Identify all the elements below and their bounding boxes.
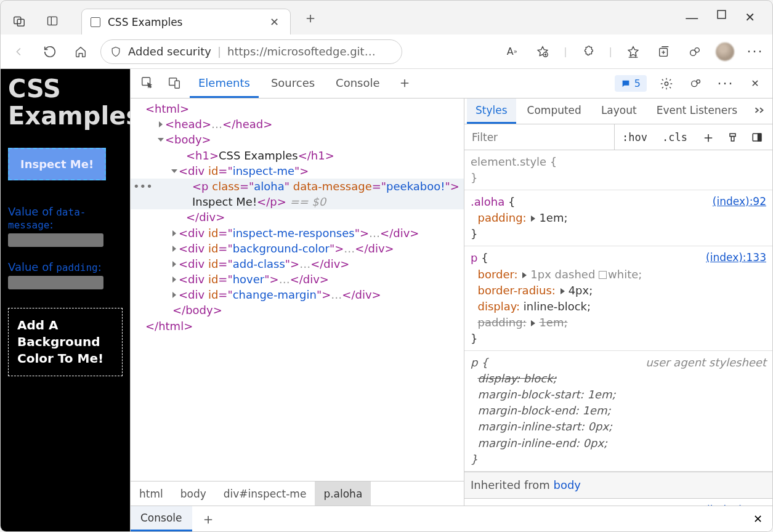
source-link[interactable]: (index):133 bbox=[706, 250, 766, 265]
drawer-tab-console[interactable]: Console bbox=[131, 506, 192, 531]
add-drawer-tab-icon[interactable]: ＋ bbox=[192, 506, 224, 531]
more-tabs-icon[interactable]: ＋ bbox=[392, 69, 417, 98]
style-rule[interactable]: element.style {} bbox=[464, 150, 772, 190]
tab-title: CSS Examples bbox=[108, 16, 182, 28]
omnibox[interactable]: Added security | https://microsoftedge.g… bbox=[100, 39, 402, 64]
expand-icon[interactable] bbox=[172, 261, 176, 267]
tab-event-listeners[interactable]: Event Listeners bbox=[648, 99, 746, 124]
avatar[interactable] bbox=[716, 42, 734, 61]
source-link[interactable]: (index):117 bbox=[706, 502, 766, 506]
value-padding-input[interactable] bbox=[8, 276, 103, 289]
svg-rect-26 bbox=[758, 134, 761, 141]
issues-button[interactable]: 5 bbox=[615, 75, 647, 92]
expand-icon[interactable] bbox=[561, 288, 565, 294]
expand-icon[interactable] bbox=[531, 216, 535, 222]
tab-computed[interactable]: Computed bbox=[519, 99, 590, 124]
style-rule[interactable]: (index):92 .aloha { padding: 1em; } bbox=[464, 190, 772, 246]
expand-icon[interactable] bbox=[172, 292, 176, 298]
source-link[interactable]: (index):92 bbox=[713, 194, 766, 209]
address-bar: Added security | https://microsoftedge.g… bbox=[1, 34, 772, 69]
value-data-message-label: Value of data-message: bbox=[8, 205, 123, 231]
crumb-body[interactable]: body bbox=[172, 482, 215, 506]
new-style-rule-icon[interactable]: ＋ bbox=[695, 127, 722, 147]
breadcrumb: html body div#inspect-me p.aloha bbox=[131, 481, 464, 506]
device-toolbar-icon[interactable] bbox=[163, 69, 186, 98]
close-window-icon[interactable]: ✕ bbox=[745, 10, 755, 25]
tab-console[interactable]: Console bbox=[327, 69, 388, 98]
page-content: CSS Examples Inspect Me! Value of data-m… bbox=[1, 69, 130, 531]
copy-styles-icon[interactable] bbox=[722, 132, 745, 143]
crumb-div[interactable]: div#inspect-me bbox=[215, 482, 315, 506]
dom-tree[interactable]: <html> <head>…</head> <body> <h1>CSS Exa… bbox=[131, 99, 464, 481]
more-actions-icon[interactable]: ••• bbox=[133, 179, 153, 194]
settings-icon[interactable] bbox=[657, 74, 676, 94]
favorites-bar-icon[interactable] bbox=[623, 42, 643, 62]
titlebar: CSS Examples ✕ ＋ — ✕ bbox=[1, 1, 772, 34]
expand-icon[interactable] bbox=[158, 138, 164, 142]
cls-toggle[interactable]: .cls bbox=[655, 131, 695, 143]
page-title: CSS Examples bbox=[8, 75, 123, 129]
styles-panel: Styles Computed Layout Event Listeners :… bbox=[464, 99, 772, 506]
expand-icon[interactable] bbox=[159, 121, 163, 127]
new-tab-button[interactable]: ＋ bbox=[297, 3, 324, 33]
expand-icon[interactable] bbox=[171, 169, 177, 173]
extensions-icon[interactable] bbox=[578, 42, 598, 62]
crumb-p[interactable]: p.aloha bbox=[315, 482, 371, 506]
expand-icon[interactable] bbox=[531, 320, 535, 326]
styles-filter-input[interactable] bbox=[464, 124, 615, 150]
feedback-icon[interactable] bbox=[686, 74, 706, 94]
expand-icon[interactable] bbox=[522, 272, 527, 278]
back-button[interactable] bbox=[8, 41, 30, 63]
devtools: Elements Sources Console ＋ 5 ··· ✕ <html… bbox=[130, 69, 772, 531]
tab-styles[interactable]: Styles bbox=[467, 99, 516, 124]
value-padding-label: Value of padding: bbox=[8, 260, 123, 273]
color-swatch[interactable] bbox=[599, 271, 607, 279]
expand-icon[interactable] bbox=[172, 230, 176, 236]
style-rule[interactable]: (index):117 body { bbox=[464, 499, 772, 506]
shield-icon bbox=[110, 46, 122, 58]
maximize-icon[interactable] bbox=[717, 10, 726, 25]
tab-sources[interactable]: Sources bbox=[262, 69, 323, 98]
inspect-me-button[interactable]: Inspect Me! bbox=[8, 148, 106, 180]
expand-icon[interactable] bbox=[172, 246, 176, 252]
workspaces-icon[interactable] bbox=[6, 7, 33, 34]
tab-layout[interactable]: Layout bbox=[593, 99, 646, 124]
style-rule[interactable]: user agent stylesheet p { display: block… bbox=[464, 351, 772, 472]
svg-rect-19 bbox=[175, 81, 179, 88]
favorite-icon[interactable] bbox=[533, 42, 552, 62]
tab-actions-icon[interactable] bbox=[39, 7, 66, 34]
more-icon[interactable]: ··· bbox=[745, 42, 765, 62]
crumb-html[interactable]: html bbox=[131, 482, 172, 506]
inspect-element-icon[interactable] bbox=[136, 69, 159, 98]
devtools-more-icon[interactable]: ··· bbox=[716, 74, 735, 94]
value-data-message-input[interactable] bbox=[8, 233, 103, 247]
collections-icon[interactable] bbox=[654, 42, 674, 62]
add-background-box[interactable]: Add A Background Color To Me! bbox=[8, 308, 123, 376]
url-text: https://microsoftedge.git… bbox=[227, 45, 376, 58]
expand-icon[interactable] bbox=[172, 276, 176, 283]
minimize-icon[interactable]: — bbox=[685, 10, 698, 25]
toggle-sidebar-icon[interactable] bbox=[745, 132, 769, 143]
security-label: Added security bbox=[128, 45, 211, 58]
svg-rect-24 bbox=[731, 136, 734, 141]
close-tab-icon[interactable]: ✕ bbox=[267, 13, 281, 31]
tab-elements[interactable]: Elements bbox=[190, 69, 259, 98]
browser-tab[interactable]: CSS Examples ✕ bbox=[81, 9, 291, 34]
read-aloud-icon[interactable]: A» bbox=[502, 42, 522, 62]
inherited-from-label: Inherited from body bbox=[464, 472, 772, 499]
style-rule[interactable]: (index):133 p { border: 1px dashed white… bbox=[464, 246, 772, 351]
devtools-tabs: Elements Sources Console ＋ 5 ··· ✕ bbox=[131, 69, 772, 99]
svg-rect-2 bbox=[48, 17, 57, 25]
close-drawer-icon[interactable]: ✕ bbox=[743, 506, 772, 531]
close-devtools-icon[interactable]: ✕ bbox=[745, 74, 765, 94]
refresh-button[interactable] bbox=[39, 41, 61, 63]
page-icon bbox=[91, 17, 100, 27]
hov-toggle[interactable]: :hov bbox=[615, 131, 655, 143]
window-controls: — ✕ bbox=[685, 10, 767, 25]
copilot-icon[interactable] bbox=[685, 42, 705, 62]
svg-point-22 bbox=[697, 79, 700, 83]
elements-panel: <html> <head>…</head> <body> <h1>CSS Exa… bbox=[131, 99, 464, 506]
devtools-drawer: Console ＋ ✕ bbox=[131, 506, 772, 531]
more-tabs-icon[interactable] bbox=[748, 99, 772, 124]
home-button[interactable] bbox=[70, 41, 92, 63]
